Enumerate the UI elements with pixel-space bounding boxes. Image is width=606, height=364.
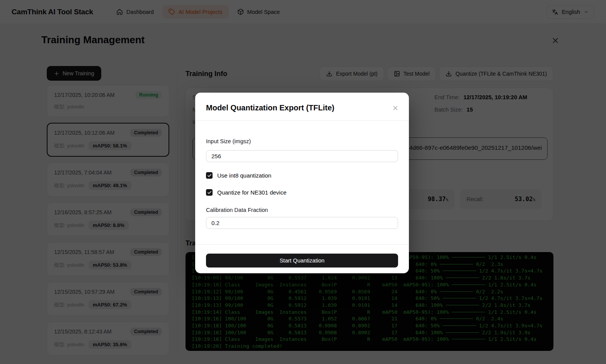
checkbox-checked[interactable] [206, 189, 213, 196]
close-icon [392, 105, 400, 112]
ne301-checkbox-label: Quantize for NE301 device [217, 189, 286, 196]
start-quantization-button[interactable]: Start Quantization [206, 254, 398, 267]
int8-checkbox-label: Use int8 quantization [217, 172, 271, 179]
calibration-field[interactable] [206, 217, 398, 229]
modal-close-button[interactable] [392, 105, 400, 112]
modal-header-divider [195, 120, 409, 121]
modal-footer-divider [195, 244, 409, 245]
quantization-modal: Model Quantization Export (TFLite) Input… [195, 93, 409, 273]
check-icon [207, 190, 212, 195]
int8-checkbox-row[interactable]: Use int8 quantization [206, 172, 271, 179]
input-size-label: Input Size (imgsz) [206, 138, 251, 144]
ne301-checkbox-row[interactable]: Quantize for NE301 device [206, 189, 286, 196]
calibration-label: Calibration Data Fraction [206, 207, 268, 213]
check-icon [207, 173, 212, 178]
input-size-field[interactable] [206, 150, 398, 162]
modal-title: Model Quantization Export (TFLite) [206, 103, 334, 112]
checkbox-checked[interactable] [206, 172, 213, 179]
